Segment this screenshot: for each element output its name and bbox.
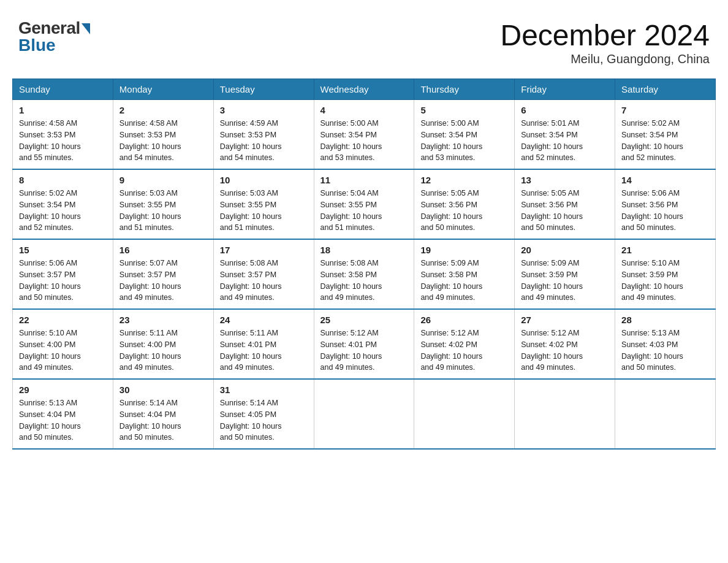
weekday-header-row: SundayMondayTuesdayWednesdayThursdayFrid… (13, 79, 716, 100)
day-number: 23 (119, 315, 207, 325)
day-number: 27 (521, 315, 609, 325)
day-info: Sunrise: 5:08 AM Sunset: 3:58 PM Dayligh… (320, 258, 408, 304)
calendar-cell: 13 Sunrise: 5:05 AM Sunset: 3:56 PM Dayl… (515, 169, 615, 239)
calendar-cell: 12 Sunrise: 5:05 AM Sunset: 3:56 PM Dayl… (414, 169, 515, 239)
calendar-cell: 27 Sunrise: 5:12 AM Sunset: 4:02 PM Dayl… (515, 309, 615, 379)
weekday-header-wednesday: Wednesday (314, 79, 414, 100)
calendar-cell: 29 Sunrise: 5:13 AM Sunset: 4:04 PM Dayl… (13, 379, 113, 449)
calendar-cell (314, 379, 414, 449)
day-info: Sunrise: 5:04 AM Sunset: 3:55 PM Dayligh… (320, 188, 408, 234)
day-number: 2 (119, 105, 207, 115)
week-row-2: 8 Sunrise: 5:02 AM Sunset: 3:54 PM Dayli… (13, 169, 716, 239)
day-info: Sunrise: 5:03 AM Sunset: 3:55 PM Dayligh… (119, 188, 207, 234)
calendar-table: SundayMondayTuesdayWednesdayThursdayFrid… (12, 79, 716, 450)
day-number: 12 (420, 175, 508, 185)
day-info: Sunrise: 5:01 AM Sunset: 3:54 PM Dayligh… (521, 118, 609, 164)
day-info: Sunrise: 5:02 AM Sunset: 3:54 PM Dayligh… (621, 118, 709, 164)
logo: General Blue (18, 18, 90, 55)
logo-blue-text: Blue (18, 36, 56, 55)
calendar-cell (615, 379, 716, 449)
page-header: General Blue December 2024 Meilu, Guangd… (12, 12, 716, 66)
calendar-cell: 16 Sunrise: 5:07 AM Sunset: 3:57 PM Dayl… (113, 239, 213, 309)
calendar-cell (414, 379, 515, 449)
day-info: Sunrise: 5:11 AM Sunset: 4:00 PM Dayligh… (119, 327, 207, 373)
calendar-cell: 15 Sunrise: 5:06 AM Sunset: 3:57 PM Dayl… (13, 239, 113, 309)
weekday-header-sunday: Sunday (13, 79, 113, 100)
day-info: Sunrise: 5:00 AM Sunset: 3:54 PM Dayligh… (320, 118, 408, 164)
day-info: Sunrise: 5:09 AM Sunset: 3:59 PM Dayligh… (521, 258, 609, 304)
day-number: 20 (521, 245, 609, 255)
calendar-cell: 11 Sunrise: 5:04 AM Sunset: 3:55 PM Dayl… (314, 169, 414, 239)
title-block: December 2024 Meilu, Guangdong, China (500, 18, 710, 66)
day-info: Sunrise: 4:59 AM Sunset: 3:53 PM Dayligh… (220, 118, 308, 164)
day-number: 29 (19, 385, 107, 395)
day-info: Sunrise: 5:10 AM Sunset: 3:59 PM Dayligh… (621, 258, 709, 304)
day-number: 8 (19, 175, 107, 185)
logo-triangle-icon (82, 23, 90, 34)
calendar-cell: 6 Sunrise: 5:01 AM Sunset: 3:54 PM Dayli… (515, 100, 615, 170)
calendar-cell: 26 Sunrise: 5:12 AM Sunset: 4:02 PM Dayl… (414, 309, 515, 379)
calendar-cell: 9 Sunrise: 5:03 AM Sunset: 3:55 PM Dayli… (113, 169, 213, 239)
day-info: Sunrise: 5:14 AM Sunset: 4:04 PM Dayligh… (119, 397, 207, 443)
day-info: Sunrise: 5:03 AM Sunset: 3:55 PM Dayligh… (220, 188, 308, 234)
calendar-cell: 5 Sunrise: 5:00 AM Sunset: 3:54 PM Dayli… (414, 100, 515, 170)
calendar-cell: 1 Sunrise: 4:58 AM Sunset: 3:53 PM Dayli… (13, 100, 113, 170)
calendar-cell: 19 Sunrise: 5:09 AM Sunset: 3:58 PM Dayl… (414, 239, 515, 309)
weekday-header-friday: Friday (515, 79, 615, 100)
day-info: Sunrise: 5:12 AM Sunset: 4:01 PM Dayligh… (320, 327, 408, 373)
calendar-cell (515, 379, 615, 449)
calendar-cell: 30 Sunrise: 5:14 AM Sunset: 4:04 PM Dayl… (113, 379, 213, 449)
calendar-cell: 20 Sunrise: 5:09 AM Sunset: 3:59 PM Dayl… (515, 239, 615, 309)
calendar-cell: 3 Sunrise: 4:59 AM Sunset: 3:53 PM Dayli… (213, 100, 314, 170)
day-number: 28 (621, 315, 709, 325)
day-number: 24 (220, 315, 308, 325)
day-number: 15 (19, 245, 107, 255)
day-info: Sunrise: 5:05 AM Sunset: 3:56 PM Dayligh… (420, 188, 508, 234)
day-info: Sunrise: 5:06 AM Sunset: 3:56 PM Dayligh… (621, 188, 709, 234)
day-info: Sunrise: 4:58 AM Sunset: 3:53 PM Dayligh… (119, 118, 207, 164)
day-number: 18 (320, 245, 408, 255)
day-number: 25 (320, 315, 408, 325)
calendar-cell: 21 Sunrise: 5:10 AM Sunset: 3:59 PM Dayl… (615, 239, 716, 309)
day-number: 16 (119, 245, 207, 255)
day-number: 1 (19, 105, 107, 115)
day-number: 26 (420, 315, 508, 325)
week-row-4: 22 Sunrise: 5:10 AM Sunset: 4:00 PM Dayl… (13, 309, 716, 379)
day-info: Sunrise: 4:58 AM Sunset: 3:53 PM Dayligh… (19, 118, 107, 164)
weekday-header-saturday: Saturday (615, 79, 716, 100)
day-info: Sunrise: 5:14 AM Sunset: 4:05 PM Dayligh… (220, 397, 308, 443)
location: Meilu, Guangdong, China (500, 52, 710, 66)
day-number: 31 (220, 385, 308, 395)
day-info: Sunrise: 5:11 AM Sunset: 4:01 PM Dayligh… (220, 327, 308, 373)
day-number: 5 (420, 105, 508, 115)
day-info: Sunrise: 5:10 AM Sunset: 4:00 PM Dayligh… (19, 327, 107, 373)
day-info: Sunrise: 5:13 AM Sunset: 4:04 PM Dayligh… (19, 397, 107, 443)
calendar-cell: 10 Sunrise: 5:03 AM Sunset: 3:55 PM Dayl… (213, 169, 314, 239)
day-number: 9 (119, 175, 207, 185)
week-row-1: 1 Sunrise: 4:58 AM Sunset: 3:53 PM Dayli… (13, 100, 716, 170)
day-number: 4 (320, 105, 408, 115)
week-row-5: 29 Sunrise: 5:13 AM Sunset: 4:04 PM Dayl… (13, 379, 716, 449)
calendar-cell: 14 Sunrise: 5:06 AM Sunset: 3:56 PM Dayl… (615, 169, 716, 239)
calendar-cell: 4 Sunrise: 5:00 AM Sunset: 3:54 PM Dayli… (314, 100, 414, 170)
day-number: 7 (621, 105, 709, 115)
day-number: 11 (320, 175, 408, 185)
calendar-cell: 24 Sunrise: 5:11 AM Sunset: 4:01 PM Dayl… (213, 309, 314, 379)
day-number: 13 (521, 175, 609, 185)
day-info: Sunrise: 5:00 AM Sunset: 3:54 PM Dayligh… (420, 118, 508, 164)
day-number: 14 (621, 175, 709, 185)
calendar-cell: 18 Sunrise: 5:08 AM Sunset: 3:58 PM Dayl… (314, 239, 414, 309)
day-number: 22 (19, 315, 107, 325)
day-info: Sunrise: 5:07 AM Sunset: 3:57 PM Dayligh… (119, 258, 207, 304)
day-number: 19 (420, 245, 508, 255)
day-info: Sunrise: 5:02 AM Sunset: 3:54 PM Dayligh… (19, 188, 107, 234)
calendar-cell: 23 Sunrise: 5:11 AM Sunset: 4:00 PM Dayl… (113, 309, 213, 379)
week-row-3: 15 Sunrise: 5:06 AM Sunset: 3:57 PM Dayl… (13, 239, 716, 309)
weekday-header-monday: Monday (113, 79, 213, 100)
day-number: 6 (521, 105, 609, 115)
weekday-header-tuesday: Tuesday (213, 79, 314, 100)
calendar-cell: 8 Sunrise: 5:02 AM Sunset: 3:54 PM Dayli… (13, 169, 113, 239)
calendar-cell: 25 Sunrise: 5:12 AM Sunset: 4:01 PM Dayl… (314, 309, 414, 379)
day-info: Sunrise: 5:13 AM Sunset: 4:03 PM Dayligh… (621, 327, 709, 373)
calendar-cell: 2 Sunrise: 4:58 AM Sunset: 3:53 PM Dayli… (113, 100, 213, 170)
